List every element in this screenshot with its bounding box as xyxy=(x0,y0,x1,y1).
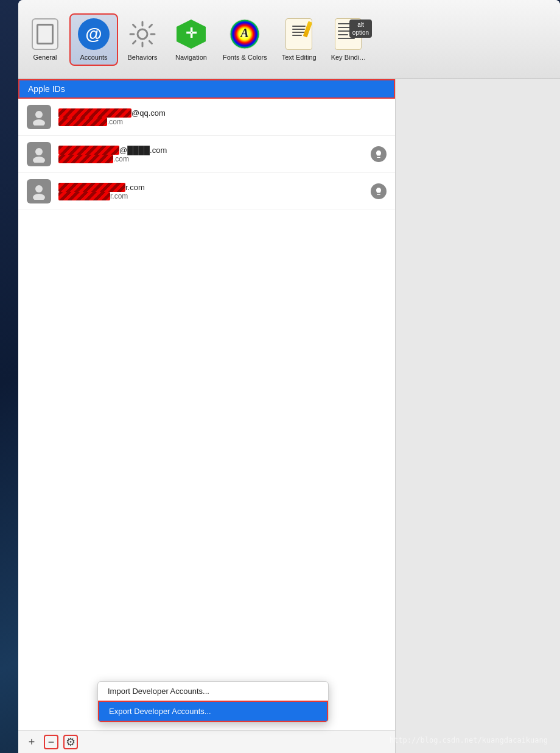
svg-point-9 xyxy=(35,185,43,193)
add-account-button[interactable]: + xyxy=(24,735,39,749)
svg-point-7 xyxy=(35,148,43,155)
account-info: r.com r.com xyxy=(58,183,363,200)
accounts-right-panel xyxy=(396,79,560,753)
fonts-colors-icon: A xyxy=(229,18,261,50)
import-accounts-item[interactable]: Import Developer Accounts... xyxy=(98,682,328,701)
content-area: Apple IDs @qq.com xyxy=(18,79,560,753)
account-badge xyxy=(371,183,387,199)
navigation-label: Navigation xyxy=(175,54,207,61)
account-primary-email: r.com xyxy=(58,183,363,192)
account-primary-email: @████.com xyxy=(58,146,363,155)
remove-account-button[interactable]: − xyxy=(44,735,58,749)
toolbar-item-general[interactable]: General xyxy=(21,13,69,66)
fonts-colors-label: Fonts & Colors xyxy=(223,54,267,61)
toolbar-item-key-bindings[interactable]: Key Bindi… alt option xyxy=(324,13,373,66)
toolbar-item-behaviors[interactable]: Behaviors xyxy=(118,13,167,66)
apple-ids-header: Apple IDs xyxy=(18,79,395,99)
gear-settings-button[interactable]: ⚙ xyxy=(63,735,78,749)
toolbar-item-text-editing[interactable]: Text Editing xyxy=(275,13,324,66)
avatar xyxy=(27,142,51,166)
preferences-window: General @ Accounts Behaviors ✛ xyxy=(18,0,560,753)
account-secondary-email: .com xyxy=(58,155,363,163)
export-accounts-item[interactable]: Export Developer Accounts... xyxy=(98,701,328,722)
toolbar-item-fonts-colors[interactable]: A Fonts & Colors xyxy=(215,13,275,66)
svg-point-6 xyxy=(33,119,45,125)
toolbar-item-navigation[interactable]: ✛ Navigation xyxy=(167,13,215,66)
account-item[interactable]: r.com r.com xyxy=(18,173,395,210)
behaviors-icon xyxy=(127,18,158,50)
text-editing-icon xyxy=(283,18,315,50)
key-bindings-label: Key Bindi… xyxy=(331,54,366,61)
account-secondary-email: r.com xyxy=(58,192,363,200)
account-secondary-email: .com xyxy=(58,118,387,126)
accounts-icon: @ xyxy=(78,18,110,50)
account-item[interactable]: @qq.com .com xyxy=(18,99,395,136)
accounts-label: Accounts xyxy=(80,54,107,61)
svg-point-10 xyxy=(33,194,45,200)
svg-text:A: A xyxy=(240,26,249,40)
svg-text:✛: ✛ xyxy=(186,26,197,41)
general-label: General xyxy=(33,54,57,61)
account-info: @qq.com .com xyxy=(58,108,387,126)
account-item[interactable]: @████.com .com xyxy=(18,136,395,173)
behaviors-label: Behaviors xyxy=(128,54,158,61)
account-badge xyxy=(371,146,387,162)
accounts-left-panel: Apple IDs @qq.com xyxy=(18,79,396,753)
avatar xyxy=(27,179,51,203)
avatar xyxy=(27,105,51,129)
alt-option-badge: alt option xyxy=(349,19,372,38)
toolbar-item-accounts[interactable]: @ Accounts xyxy=(69,13,118,66)
svg-point-5 xyxy=(35,111,43,118)
svg-point-0 xyxy=(138,29,147,39)
toolbar: General @ Accounts Behaviors ✛ xyxy=(18,0,560,79)
navigation-icon: ✛ xyxy=(175,18,207,50)
svg-point-8 xyxy=(33,157,45,163)
account-info: @████.com .com xyxy=(58,146,363,163)
dropdown-menu: Import Developer Accounts... Export Deve… xyxy=(97,681,329,723)
account-primary-email: @qq.com xyxy=(58,108,387,118)
text-editing-label: Text Editing xyxy=(282,54,317,61)
watermark: http://blog.csdn.net/kuangdacaikuang xyxy=(390,736,548,744)
general-icon xyxy=(29,18,61,50)
bottom-toolbar: + − ⚙ xyxy=(18,730,395,753)
account-list: @qq.com .com xyxy=(18,99,395,730)
